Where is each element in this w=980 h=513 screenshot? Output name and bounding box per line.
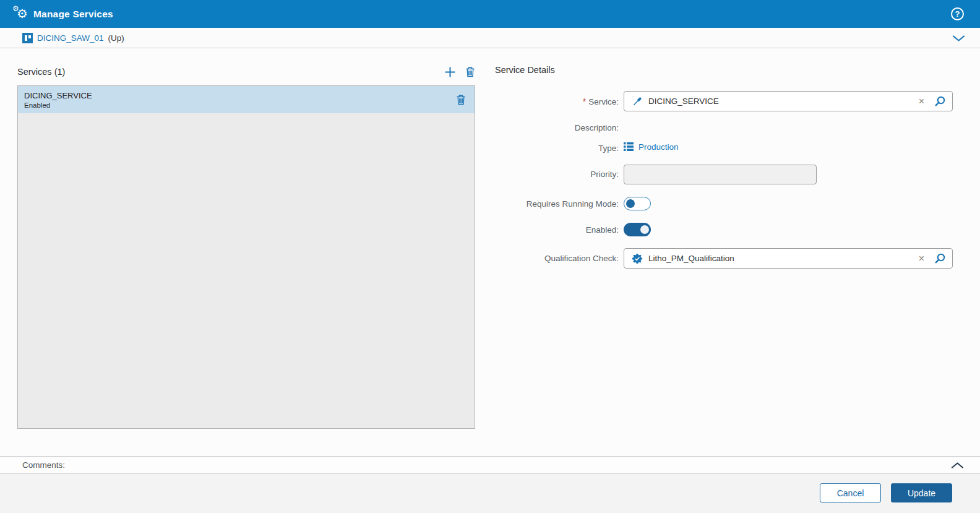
priority-input[interactable]: [624, 165, 817, 184]
services-panel-header: Services (1): [17, 64, 475, 80]
requires-running-mode-label: Requires Running Mode:: [489, 199, 619, 209]
clear-icon[interactable]: ×: [919, 254, 924, 264]
service-item-name: DICING_SERVICE: [24, 91, 92, 100]
service-item-status: Enabled: [24, 101, 92, 109]
add-service-icon[interactable]: [444, 66, 456, 78]
type-field-label: Type:: [489, 144, 619, 153]
chevron-up-icon[interactable]: [951, 462, 964, 469]
requires-running-mode-toggle[interactable]: [624, 197, 651, 210]
equipment-status: (Up): [108, 33, 124, 43]
manage-services-window: ⚙ ⚙ Manage Services ? DICING_SAW_01 (Up)…: [0, 0, 980, 513]
search-icon[interactable]: [934, 252, 946, 264]
comments-label: Comments:: [22, 460, 65, 470]
service-list-item[interactable]: DICING_SERVICE Enabled: [18, 86, 475, 113]
enabled-field-label: Enabled:: [489, 225, 619, 235]
priority-field-label: Priority:: [489, 170, 619, 179]
services-panel-title: Services (1): [17, 67, 65, 77]
manage-services-gears-icon: ⚙ ⚙: [12, 6, 31, 22]
qualification-badge-icon: [632, 253, 643, 264]
service-type-icon: [624, 142, 634, 152]
service-field-label: *Service:: [489, 97, 619, 106]
chevron-down-icon[interactable]: [952, 35, 965, 42]
equipment-bar: DICING_SAW_01 (Up): [0, 28, 980, 48]
clear-icon[interactable]: ×: [919, 97, 924, 106]
equipment-name-link[interactable]: DICING_SAW_01: [37, 33, 104, 43]
qualification-check-value: Litho_PM_Qualification: [648, 254, 919, 263]
delete-services-icon[interactable]: [465, 67, 475, 77]
service-details-title: Service Details: [495, 65, 555, 75]
help-icon[interactable]: ?: [951, 7, 964, 20]
cancel-button[interactable]: Cancel: [820, 483, 881, 502]
type-field-value[interactable]: Production: [624, 142, 679, 152]
description-field-label: Description:: [489, 123, 619, 132]
update-button[interactable]: Update: [891, 483, 952, 502]
title-bar: ⚙ ⚙ Manage Services ?: [0, 0, 980, 28]
comments-bar[interactable]: Comments:: [0, 456, 980, 474]
service-tool-icon: [632, 96, 643, 107]
page-title: Manage Services: [33, 9, 113, 20]
enabled-toggle[interactable]: [624, 223, 651, 236]
search-icon[interactable]: [934, 95, 946, 107]
delete-service-item-icon[interactable]: [456, 95, 466, 105]
service-field-value: DICING_SERVICE: [648, 97, 919, 106]
equipment-icon: [22, 33, 33, 43]
service-lookup-field[interactable]: DICING_SERVICE ×: [624, 91, 953, 111]
qualification-check-lookup-field[interactable]: Litho_PM_Qualification ×: [624, 248, 953, 269]
qualification-check-label: Qualification Check:: [489, 254, 619, 263]
required-marker: *: [583, 97, 586, 106]
footer-bar: Cancel Update: [0, 474, 980, 513]
services-list: DICING_SERVICE Enabled: [17, 85, 475, 429]
